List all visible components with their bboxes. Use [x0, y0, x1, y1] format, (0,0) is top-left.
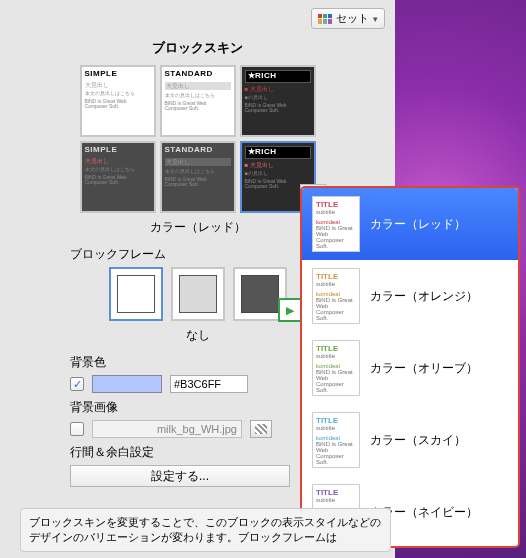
- skin-desc: 本文の見出しはこちら: [85, 91, 151, 97]
- flyout-label: カラー（スカイ）: [370, 432, 466, 449]
- bgcolor-hex-input[interactable]: [170, 375, 248, 393]
- skin-card-standard-dark[interactable]: STANDARD 大見出し 本文の見出しはこちら BiND is Great W…: [160, 141, 236, 213]
- thumb-subtitle: subtitle: [316, 281, 356, 287]
- flyout-item-red[interactable]: TITLE subtitle komideal BiND is Great We…: [302, 188, 518, 260]
- skin-meta: BiND is Great Web Composer Soft.: [165, 101, 231, 112]
- thumb-title: TITLE: [316, 344, 356, 353]
- skin-sub: 大見出し: [85, 82, 151, 89]
- thumb-subtitle: subtitle: [316, 497, 356, 503]
- flyout-thumb: TITLE subtitle komideal BiND is Great We…: [312, 196, 360, 252]
- flyout-thumb: TITLE subtitle komideal BiND is Great We…: [312, 340, 360, 396]
- bgimage-checkbox[interactable]: ✓: [70, 422, 84, 436]
- thumb-subtitle: subtitle: [316, 209, 356, 215]
- skin-head: STANDARD: [165, 146, 231, 155]
- skin-head: ★RICH: [245, 146, 311, 159]
- skin-desc: 本文の見出しはこちら: [165, 93, 231, 99]
- help-footnote: ブロックスキンを変更することで、このブロックの表示スタイルなどのデザインのバリエ…: [20, 508, 391, 552]
- skin-sub: ■ 大見出し: [245, 162, 311, 169]
- thumb-meta: BiND is Great Web Composer Soft.: [316, 225, 356, 249]
- skin-sub: 大見出し: [165, 158, 231, 167]
- thumb-title: TITLE: [316, 272, 356, 281]
- skin-card-rich-light[interactable]: ★RICH ■ 大見出し ■の見出し BiND is Great Web Com…: [240, 65, 316, 137]
- flyout-item-orange[interactable]: TITLE subtitle komideal BiND is Great We…: [302, 260, 518, 332]
- flyout-thumb: TITLE subtitle komideal BiND is Great We…: [312, 268, 360, 324]
- bgimage-filename: milk_bg_WH.jpg: [157, 423, 237, 435]
- color-flyout-trigger[interactable]: ▶: [278, 298, 302, 322]
- skin-card-simple-light[interactable]: SIMPLE 大見出し 本文の見出しはこちら BiND is Great Web…: [80, 65, 156, 137]
- set-label: セット: [336, 11, 369, 26]
- skin-head: ★RICH: [245, 70, 311, 83]
- skin-head: STANDARD: [165, 70, 231, 79]
- set-dropdown-button[interactable]: セット ▾: [311, 8, 385, 29]
- color-flyout: TITLE subtitle komideal BiND is Great We…: [300, 186, 520, 548]
- skin-meta: BiND is Great Web Composer Soft.: [85, 99, 151, 110]
- bgcolor-swatch[interactable]: [92, 375, 162, 393]
- bgcolor-checkbox[interactable]: ✓: [70, 377, 84, 391]
- thumb-meta: BiND is Great Web Composer Soft.: [316, 441, 356, 465]
- skin-head: SIMPLE: [85, 146, 151, 155]
- flyout-item-sky[interactable]: TITLE subtitle komideal BiND is Great We…: [302, 404, 518, 476]
- thumb-meta: BiND is Great Web Composer Soft.: [316, 369, 356, 393]
- skin-card-simple-dark[interactable]: SIMPLE 大見出し 本文の見出しはこちら BiND is Great Web…: [80, 141, 156, 213]
- frame-option-2[interactable]: [171, 267, 225, 321]
- frame-option-1[interactable]: [109, 267, 163, 321]
- skin-sub: 大見出し: [165, 82, 231, 91]
- skin-sub: ■ 大見出し: [245, 86, 311, 93]
- configure-button[interactable]: 設定する...: [70, 465, 290, 487]
- skin-desc: ■の見出し: [245, 171, 311, 177]
- top-toolbar: セット ▾: [10, 8, 385, 35]
- skin-card-standard-light[interactable]: STANDARD 大見出し 本文の見出しはこちら BiND is Great W…: [160, 65, 236, 137]
- skin-desc: 本文の見出しはこちら: [165, 169, 231, 175]
- thumb-title: TITLE: [316, 416, 356, 425]
- thumb-meta: BiND is Great Web Composer Soft.: [316, 297, 356, 321]
- skin-desc: 本文の見出しはこちら: [85, 167, 151, 173]
- skin-head: SIMPLE: [85, 70, 151, 79]
- skin-meta: BiND is Great Web Composer Soft.: [245, 103, 311, 114]
- thumb-title: TITLE: [316, 200, 356, 209]
- chevron-down-icon: ▾: [373, 14, 378, 24]
- flyout-label: カラー（オレンジ）: [370, 288, 478, 305]
- blockskin-title: ブロックスキン: [10, 39, 385, 57]
- skin-grid: SIMPLE 大見出し 本文の見出しはこちら BiND is Great Web…: [68, 65, 328, 213]
- bgimage-tiling-button[interactable]: [250, 420, 272, 438]
- arrow-right-icon: ▶: [286, 304, 294, 317]
- skin-desc: ■の見出し: [245, 95, 311, 101]
- thumb-subtitle: subtitle: [316, 353, 356, 359]
- thumb-title: TITLE: [316, 488, 356, 497]
- flyout-label: カラー（オリーブ）: [370, 360, 478, 377]
- skin-meta: BiND is Great Web Composer Soft.: [165, 177, 231, 188]
- bgimage-file-field[interactable]: milk_bg_WH.jpg: [92, 420, 242, 438]
- flyout-item-olive[interactable]: TITLE subtitle komideal BiND is Great We…: [302, 332, 518, 404]
- skin-meta: BiND is Great Web Composer Soft.: [85, 175, 151, 186]
- flyout-thumb: TITLE subtitle komideal BiND is Great We…: [312, 412, 360, 468]
- thumb-subtitle: subtitle: [316, 425, 356, 431]
- skin-sub: 大見出し: [85, 158, 151, 165]
- flyout-label: カラー（レッド）: [370, 216, 466, 233]
- palette-grid-icon: [318, 14, 332, 24]
